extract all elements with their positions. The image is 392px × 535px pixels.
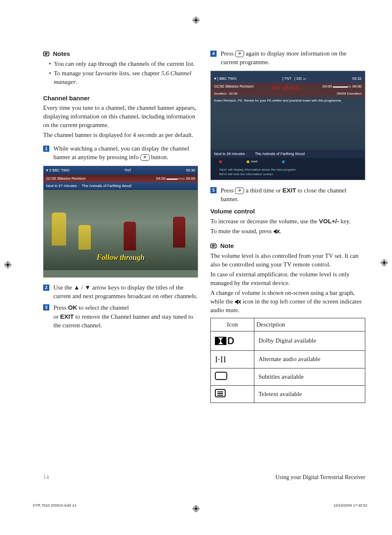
step-body: Press again to display more information … xyxy=(221,49,365,67)
teletext-icon xyxy=(215,389,226,397)
bg-text: ink about… xyxy=(272,83,304,93)
icon-cell: D xyxy=(211,331,254,351)
info-bottom: Next in 28 minutes : The Animals of Fart… xyxy=(211,150,365,180)
description-cell: Subtitles available xyxy=(254,368,365,386)
step-body: Press a third time or EXIT to close the … xyxy=(221,186,365,204)
registration-mark-icon xyxy=(192,16,200,24)
table-header: Icon xyxy=(211,318,254,331)
banner-next-row: Next in 27 minutes : The Animals of Fart… xyxy=(44,182,198,190)
page-footer: 14 Using your Digital Terrestrial Receiv… xyxy=(43,473,365,482)
info-button-icon xyxy=(141,154,150,161)
svg-marker-24 xyxy=(274,229,277,234)
red-dot-icon xyxy=(219,160,222,163)
notes-title: Notes xyxy=(53,49,70,58)
screenshot-info-overlay: ♥ | BBC TWO | TNT | DD ㏄ 05:32 GCSE Bite… xyxy=(210,71,365,180)
body-text: To mute the sound, press . xyxy=(210,227,365,236)
channel-banner-heading: Channel banner xyxy=(43,94,198,102)
programme-name: GCSE Bitesize Revision xyxy=(46,176,86,181)
alternate-audio-icon: I·II xyxy=(215,354,226,364)
table-row: D Dolby Digital available xyxy=(211,331,365,351)
info-button-icon xyxy=(235,51,244,57)
notes-heading: Notes xyxy=(43,49,198,58)
step-body: Press OK to select the channel or EXIT t… xyxy=(53,303,198,330)
note-heading: Note xyxy=(210,241,365,250)
channel-label: ♥ 2 BBC TWO xyxy=(46,168,69,173)
page: Notes You can only zap through the chann… xyxy=(0,0,392,535)
video-area: Follow through xyxy=(44,190,198,270)
hint-text: 'Next' will display information about th… xyxy=(211,165,365,180)
dolby-digital-icon: D xyxy=(215,334,250,348)
step-3: 3 Press OK to select the channel or EXIT… xyxy=(43,303,198,330)
subtitles-icon xyxy=(215,372,227,380)
registration-mark-icon xyxy=(4,261,12,269)
note-icon xyxy=(210,243,218,249)
blue-dot-icon xyxy=(282,160,285,163)
body-text: In case of external amplificator, the vo… xyxy=(210,270,365,287)
note-bullet: You can only zap through the channels of… xyxy=(49,60,198,68)
print-metadata: DTR 7510 200910.indd 14 16/10/2009 17:40… xyxy=(33,503,367,508)
step-body: Use the ▲ / ▼ arrow keys to display the … xyxy=(53,283,198,301)
svg-point-4 xyxy=(195,19,197,21)
info-top-row: ♥ | BBC TWO | TNT | DD ㏄ 05:32 xyxy=(211,71,365,83)
step-number-icon: 1 xyxy=(43,146,49,152)
mute-icon xyxy=(235,299,241,305)
registration-mark-icon xyxy=(380,259,388,266)
step-body: While watching a channel, you can displa… xyxy=(53,144,198,162)
programme-description: Exam Revision. PE. Revise for your PE wr… xyxy=(211,97,365,104)
mute-icon xyxy=(273,229,280,234)
step-5: 5 Press a third time or EXIT to close th… xyxy=(210,186,365,204)
note-icon xyxy=(43,51,51,57)
note-title: Note xyxy=(220,241,234,250)
print-date: 16/10/2009 17:40:52 xyxy=(333,503,367,508)
step-number-icon: 2 xyxy=(43,285,49,291)
step-number-icon: 3 xyxy=(43,304,49,310)
icon-cell: I·II xyxy=(211,350,254,368)
description-cell: Alternate audio available xyxy=(254,350,365,368)
volume-heading: Volume control xyxy=(210,207,365,215)
table-row: Subtitles available xyxy=(211,368,365,386)
body-text: To increase or decrease the volume, use … xyxy=(210,217,365,226)
banner-top-row: ♥ 2 BBC TWO TNT 05:30 xyxy=(44,166,198,175)
icon-table: Icon Description D Dolby Digital availab… xyxy=(210,318,365,403)
color-buttons-row: next xyxy=(211,158,365,165)
svg-point-9 xyxy=(7,264,9,266)
info-button-icon xyxy=(235,188,244,194)
notes-list: You can only zap through the channels of… xyxy=(43,60,198,86)
next-row: Next in 28 minutes : The Animals of Fart… xyxy=(211,150,365,158)
right-column: 4 Press again to display more informatio… xyxy=(210,49,365,403)
yellow-dot-icon xyxy=(247,160,249,163)
table-row: I·II Alternate audio available xyxy=(211,350,365,368)
section-title: Using your Digital Terrestrial Receiver xyxy=(275,473,365,482)
table-row: Teletext available xyxy=(211,386,365,403)
body-text: The channel banner is displayed for 4 se… xyxy=(43,131,198,139)
overlay-text: Follow through xyxy=(44,252,198,263)
svg-marker-31 xyxy=(235,299,238,304)
icon-cell xyxy=(211,386,254,403)
tnt-label: TNT xyxy=(124,168,131,173)
time-label: 05:30 xyxy=(186,168,195,173)
icon-cell xyxy=(211,368,254,386)
banner-prog-row: GCSE Bitesize Revision 04:00 ▬▬▬▭▭ 06:00 xyxy=(44,175,198,183)
step-1: 1 While watching a channel, you can disp… xyxy=(43,144,198,162)
step-number-icon: 4 xyxy=(210,51,217,57)
description-cell: Dolby Digital available xyxy=(254,331,365,351)
note-bullet: To manage your favourite lists, see chap… xyxy=(49,69,198,86)
step-4: 4 Press again to display more informatio… xyxy=(210,49,365,67)
step-number-icon: 5 xyxy=(210,187,217,193)
body-text: A change of volume is shown on-screen us… xyxy=(210,289,365,315)
body-text: The volume level is also controlled from… xyxy=(210,252,365,269)
content-columns: Notes You can only zap through the chann… xyxy=(43,49,365,403)
screenshot-channel-banner: ♥ 2 BBC TWO TNT 05:30 GCSE Bitesize Revi… xyxy=(43,166,198,278)
svg-point-14 xyxy=(383,262,385,264)
body-text: Every time you tune to a channel, the ch… xyxy=(43,104,198,130)
page-number: 14 xyxy=(43,473,49,482)
description-cell: Teletext available xyxy=(254,386,365,403)
table-header-row: Icon Description xyxy=(211,318,365,331)
table-header: Description xyxy=(254,318,365,331)
left-column: Notes You can only zap through the chann… xyxy=(43,49,198,403)
step-2: 2 Use the ▲ / ▼ arrow keys to display th… xyxy=(43,283,198,301)
file-name: DTR 7510 200910.indd 14 xyxy=(33,503,76,508)
